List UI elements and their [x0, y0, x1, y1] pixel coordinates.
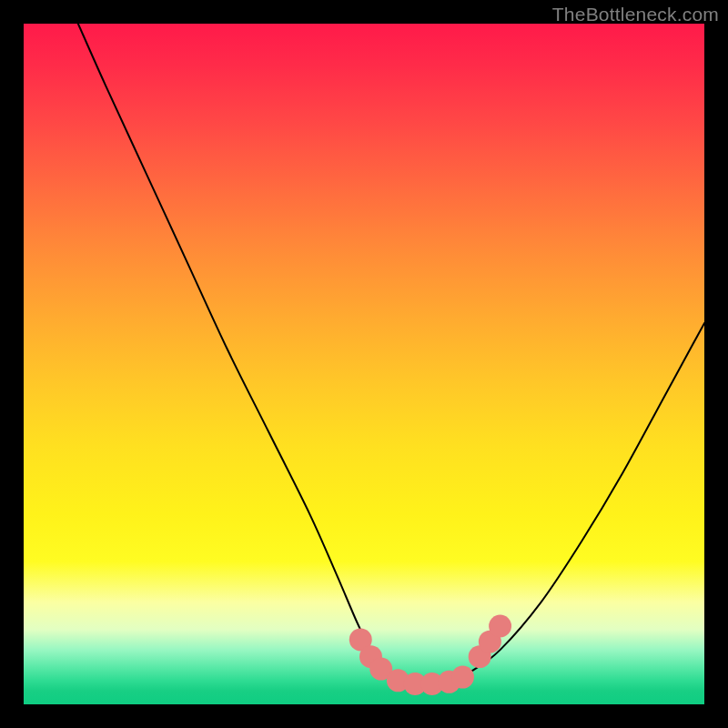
plot-area — [24, 24, 704, 704]
bottleneck-curve — [78, 24, 704, 684]
curve-marker — [489, 615, 511, 638]
chart-frame: TheBottleneck.com — [0, 0, 728, 728]
curve-layer — [24, 24, 704, 704]
watermark-text: TheBottleneck.com — [552, 4, 719, 25]
curve-marker — [451, 666, 474, 689]
